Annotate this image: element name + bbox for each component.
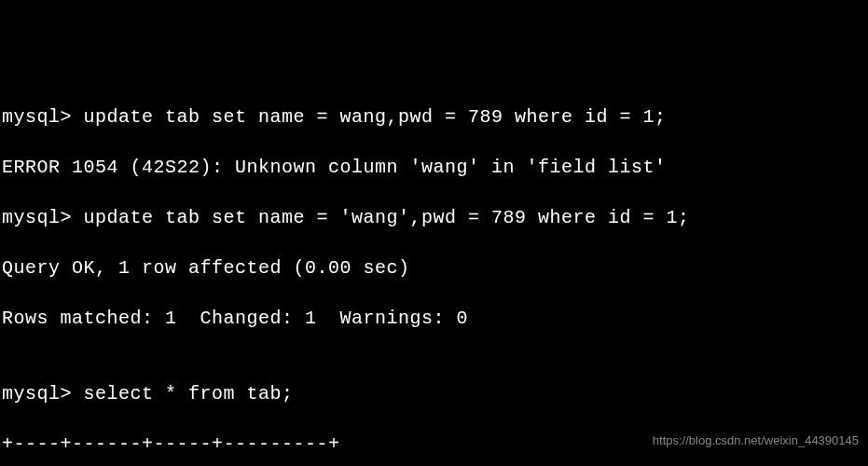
terminal-line-command-2: mysql> update tab set name = 'wang',pwd … — [2, 205, 866, 230]
watermark-url: https://blog.csdn.net/weixin_44390145 — [653, 432, 859, 449]
terminal-line-command-1: mysql> update tab set name = wang,pwd = … — [2, 104, 866, 130]
terminal-line-rows-matched: Rows matched: 1 Changed: 1 Warnings: 0 — [2, 306, 866, 331]
terminal-line-query-ok: Query OK, 1 row affected (0.00 sec) — [2, 255, 866, 281]
terminal-line-command-3: mysql> select * from tab; — [2, 381, 866, 406]
terminal-line-error: ERROR 1054 (42S22): Unknown column 'wang… — [2, 155, 866, 180]
